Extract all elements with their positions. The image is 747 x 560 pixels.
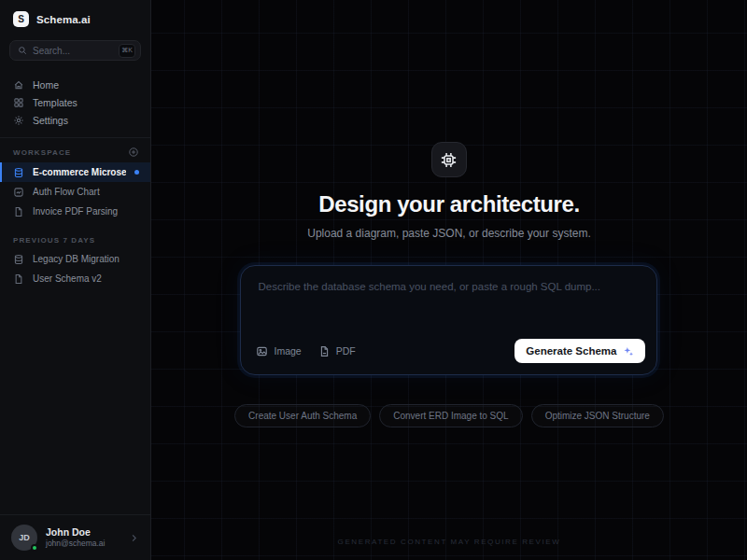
database-icon — [13, 167, 24, 178]
chip-convert-erd-image-to-sql[interactable]: Convert ERD Image to SQL — [379, 404, 522, 427]
history-item-user-schema-v2[interactable]: User Schema v2 — [0, 269, 150, 288]
online-status-dot — [31, 544, 38, 552]
active-indicator-dot — [134, 170, 139, 175]
file-icon — [13, 206, 24, 217]
image-icon — [256, 345, 268, 357]
avatar-initials: JD — [19, 533, 30, 542]
attach-pdf-button[interactable]: PDF — [318, 345, 356, 357]
attach-image-label: Image — [274, 345, 301, 357]
app-logo: S — [13, 11, 29, 27]
generate-schema-button[interactable]: Generate Schema — [514, 339, 645, 363]
previous-section-label: PREVIOUS 7 DAYS — [13, 236, 95, 245]
file-icon — [13, 273, 24, 285]
history-item-label: User Schema v2 — [33, 273, 139, 284]
nav-item-settings[interactable]: Settings — [0, 111, 150, 129]
generate-schema-label: Generate Schema — [526, 345, 616, 357]
chip-create-user-auth-schema[interactable]: Create User Auth Schema — [234, 404, 371, 427]
nav-item-label: Templates — [33, 97, 78, 108]
cpu-chip-icon — [431, 142, 467, 177]
home-icon — [13, 79, 24, 91]
add-workspace-button[interactable] — [128, 147, 139, 158]
page-title: Design your architecture. — [318, 191, 579, 217]
composer-footer: Image PDF Generate Schema — [241, 339, 656, 374]
avatar: JD — [11, 525, 37, 551]
search-placeholder: Search... — [33, 46, 113, 56]
workspace-section-header: WORKSPACE — [0, 138, 150, 162]
user-email: john@schema.ai — [46, 539, 120, 549]
previous-section-header: PREVIOUS 7 DAYS — [0, 221, 150, 249]
disclaimer-text: GENERATED CONTENT MAY REQUIRE REVIEW — [151, 538, 747, 546]
nav-item-label: Settings — [33, 115, 68, 126]
user-meta: John Doe john@schema.ai — [46, 526, 120, 549]
sidebar: S Schema.ai Search... ⌘K Home Templates … — [0, 0, 151, 560]
search-shortcut-key: ⌘K — [119, 44, 135, 58]
chevron-right-icon — [129, 533, 139, 543]
app-title: Schema.ai — [36, 14, 91, 25]
database-icon — [13, 254, 24, 265]
history-item-label: Legacy DB Migration — [33, 254, 139, 264]
primary-nav: Home Templates Settings — [0, 76, 150, 129]
flow-chart-icon — [13, 187, 24, 198]
app-logo-row: S Schema.ai — [0, 0, 150, 33]
nav-item-templates[interactable]: Templates — [0, 93, 150, 111]
history-item-legacy-db-migration[interactable]: Legacy DB Migration — [0, 249, 150, 269]
chip-optimize-json-structure[interactable]: Optimize JSON Structure — [531, 404, 664, 427]
attach-image-button[interactable]: Image — [256, 345, 301, 357]
pdf-file-icon — [318, 345, 331, 357]
search-input[interactable]: Search... ⌘K — [9, 40, 141, 61]
workspace-item-invoice-pdf-parsing[interactable]: Invoice PDF Parsing — [0, 202, 150, 221]
sparkles-icon — [623, 345, 634, 357]
attach-pdf-label: PDF — [336, 345, 356, 357]
workspace-item-ecommerce-microservices[interactable]: E-commerce Microservices — [0, 162, 150, 182]
main-content: Design your architecture. Upload a diagr… — [151, 0, 747, 560]
templates-icon — [13, 97, 24, 108]
search-icon — [18, 46, 27, 55]
prompt-input[interactable] — [241, 266, 656, 339]
workspace-section-label: WORKSPACE — [13, 148, 71, 157]
user-name: John Doe — [46, 526, 120, 539]
workspace-item-auth-flow-chart[interactable]: Auth Flow Chart — [0, 182, 150, 202]
prompt-composer: Image PDF Generate Schema — [240, 265, 657, 375]
suggestion-chips: Create User Auth Schema Convert ERD Imag… — [234, 404, 664, 427]
nav-item-home[interactable]: Home — [0, 76, 150, 93]
settings-icon — [13, 115, 24, 126]
page-subtitle: Upload a diagram, paste JSON, or describ… — [307, 227, 590, 240]
workspace-item-label: E-commerce Microservices — [33, 167, 126, 177]
hero-section: Design your architecture. Upload a diagr… — [234, 0, 664, 427]
workspace-item-label: Invoice PDF Parsing — [33, 206, 139, 217]
workspace-item-label: Auth Flow Chart — [33, 187, 139, 197]
user-profile-row[interactable]: JD John Doe john@schema.ai — [0, 514, 150, 560]
nav-item-label: Home — [33, 79, 59, 91]
